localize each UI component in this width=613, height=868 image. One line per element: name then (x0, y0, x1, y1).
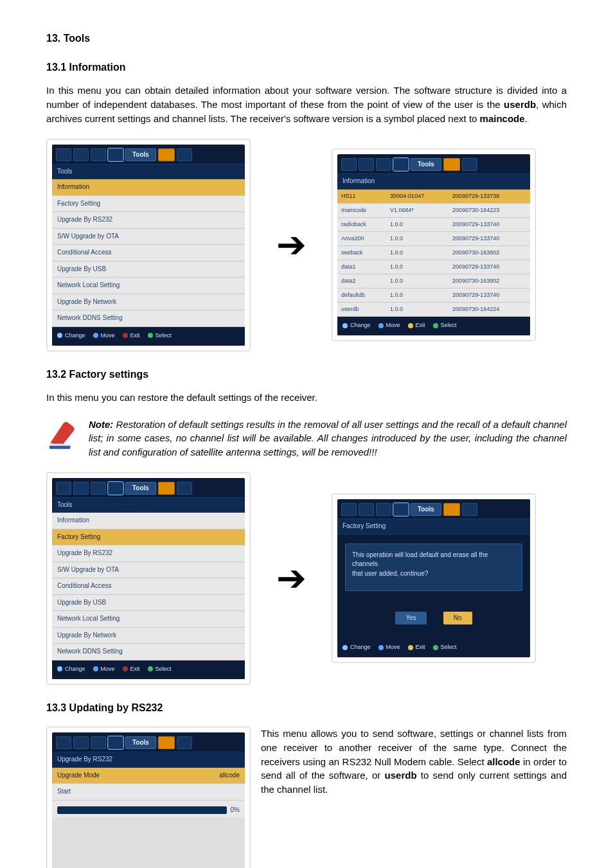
cell: Ariva200 (337, 231, 386, 245)
para-13-3: This menu allows you to send software, s… (261, 727, 567, 797)
tab-icon[interactable] (73, 482, 89, 495)
tab-icon[interactable] (177, 148, 192, 161)
tab-icon[interactable] (376, 503, 391, 516)
tab-icon[interactable] (108, 736, 123, 749)
tab-icon[interactable] (158, 482, 175, 495)
list-item[interactable]: Network Local Setting (52, 611, 245, 628)
cell: 20090730-164223 (449, 203, 530, 217)
cell: maincode (337, 203, 386, 217)
active-tab-label[interactable]: Tools (125, 736, 156, 749)
list-item[interactable]: Upgrade By USB (52, 595, 245, 612)
tab-icon[interactable] (73, 148, 89, 161)
list-item[interactable]: Information (52, 179, 245, 196)
list-item[interactable]: Factory Setting (52, 529, 245, 546)
tab-icon[interactable] (158, 148, 175, 161)
tab-icon[interactable] (56, 482, 71, 495)
heading-13-1: 13.1 Information (46, 60, 567, 75)
upgrade-mode-value: allcode (219, 771, 240, 781)
cell: 35004-01047 (386, 190, 449, 204)
information-table: HS1135004-0104720090729-133738 maincodeV… (337, 190, 530, 317)
list-item[interactable]: Network DDNS Setting (52, 644, 245, 660)
list-item[interactable]: Upgrade By RS232 (52, 212, 245, 229)
footer-hints: Change Move Exit Select (52, 327, 245, 346)
para-13-2: In this menu you can restore the default… (46, 391, 567, 405)
tab-icon[interactable] (393, 158, 409, 171)
hint-icon (433, 323, 438, 328)
bold-maincode: maincode (480, 113, 525, 124)
start-row[interactable]: Start (52, 784, 245, 801)
progress-bar (57, 806, 227, 814)
table-row[interactable]: Ariva2001.0.020090729-133740 (337, 231, 530, 245)
tab-icon[interactable] (108, 148, 123, 161)
tab-icon[interactable] (91, 148, 106, 161)
hint-icon (408, 323, 413, 328)
hint-select: Select (155, 665, 172, 673)
hint-icon (148, 333, 153, 338)
table-row[interactable]: seeback1.0.020090730-163802 (337, 245, 530, 260)
tab-icon[interactable] (443, 158, 460, 171)
tab-icon[interactable] (177, 482, 192, 495)
table-row[interactable]: defaultdb1.0.020090729-133740 (337, 288, 530, 302)
active-tab-label[interactable]: Tools (125, 148, 156, 161)
hint-icon (408, 645, 413, 650)
no-button[interactable]: No (443, 612, 472, 625)
active-tab-label[interactable]: Tools (411, 158, 441, 171)
svg-rect-1 (49, 443, 71, 445)
para-13-1: In this menu you can obtain detailed inf… (46, 84, 567, 125)
top-icon-bar: Tools (52, 145, 245, 164)
tab-icon[interactable] (376, 158, 391, 171)
tab-icon[interactable] (73, 736, 89, 749)
upgrade-mode-row[interactable]: Upgrade Mode allcode (52, 768, 245, 784)
cell: 1.0.0 (386, 231, 449, 245)
tab-icon[interactable] (91, 482, 106, 495)
yes-button[interactable]: Yes (395, 612, 426, 625)
cell: 20090729-133740 (449, 260, 530, 274)
list-item[interactable]: Conditional Access (52, 578, 245, 595)
tab-icon[interactable] (359, 158, 374, 171)
active-tab-label[interactable]: Tools (125, 482, 156, 495)
table-row[interactable]: radioback1.0.020090729-133740 (337, 217, 530, 231)
tab-icon[interactable] (393, 503, 409, 516)
list-item[interactable]: S/W Upgrade by OTA (52, 229, 245, 245)
list-item[interactable]: Network Local Setting (52, 278, 245, 294)
list-item[interactable]: Information (52, 513, 245, 529)
rs232-row: Tools Upgrade By RS232 Upgrade Mode allc… (46, 727, 567, 868)
list-item[interactable]: Factory Setting (52, 196, 245, 213)
table-row[interactable]: data11.0.020090729-133740 (337, 260, 530, 274)
hint-move: Move (386, 321, 400, 330)
tab-icon[interactable] (158, 736, 175, 749)
table-row[interactable]: maincodeV1.0684*20090730-164223 (337, 203, 530, 217)
top-icon-bar: Tools (52, 732, 245, 752)
progress-row: 0% (52, 801, 245, 818)
tab-icon[interactable] (56, 736, 71, 749)
list-item[interactable]: Conditional Access (52, 245, 245, 261)
cell: 20090730-163802 (449, 245, 530, 260)
bold-allcode: allcode (487, 756, 520, 767)
table-row[interactable]: userdb1.0.020090730-164224 (337, 303, 530, 317)
tab-icon[interactable] (462, 158, 477, 171)
list-item[interactable]: S/W Upgrade by OTA (52, 562, 245, 579)
hint-icon (342, 323, 348, 328)
tab-icon[interactable] (56, 148, 71, 161)
tab-icon[interactable] (443, 503, 460, 516)
tab-icon[interactable] (359, 503, 374, 516)
cell: 1.0.0 (386, 288, 449, 302)
hint-change: Change (65, 332, 85, 340)
tab-icon[interactable] (462, 503, 477, 516)
list-item[interactable]: Network DDNS Setting (52, 310, 245, 327)
tab-icon[interactable] (341, 158, 357, 171)
table-row[interactable]: data21.0.020090730-163802 (337, 274, 530, 288)
list-item[interactable]: Upgrade By Network (52, 294, 245, 311)
hint-exit: Exit (416, 643, 425, 651)
table-row[interactable]: HS1135004-0104720090729-133738 (337, 190, 530, 204)
tab-icon[interactable] (177, 736, 192, 749)
list-item[interactable]: Upgrade By USB (52, 261, 245, 278)
tab-icon[interactable] (108, 482, 123, 495)
tab-icon[interactable] (341, 503, 357, 516)
list-item[interactable]: Upgrade By Network (52, 628, 245, 644)
screenshot-tools-menu-factory: Tools Tools Information Factory Setting … (46, 472, 251, 685)
tab-icon[interactable] (91, 736, 106, 749)
hint-icon (378, 323, 384, 328)
active-tab-label[interactable]: Tools (411, 503, 441, 516)
list-item[interactable]: Upgrade By RS232 (52, 545, 245, 562)
